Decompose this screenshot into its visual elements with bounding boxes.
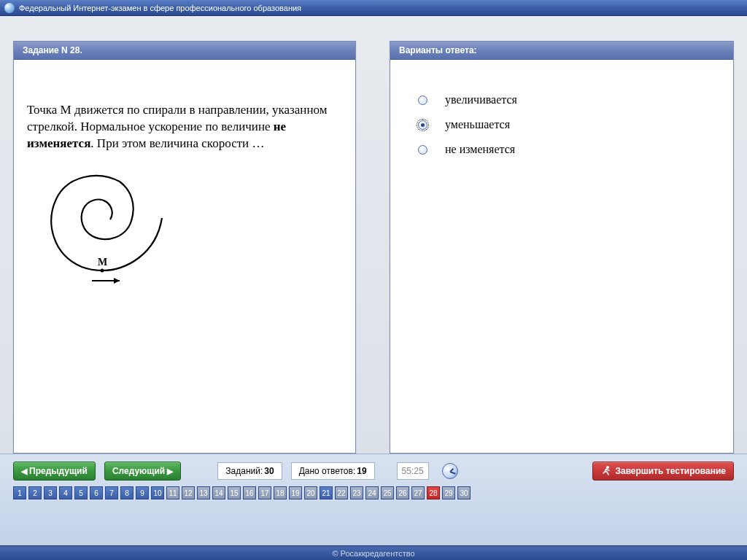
question-nav-29[interactable]: 29	[442, 486, 455, 499]
finish-label: Завершить тестирование	[615, 466, 726, 476]
answered-label: Дано ответов:	[299, 466, 356, 476]
question-nav-13[interactable]: 13	[197, 486, 210, 499]
question-nav-12[interactable]: 12	[182, 486, 195, 499]
question-nav-21[interactable]: 21	[320, 486, 333, 499]
answer-option-2[interactable]: не изменяется	[403, 137, 720, 162]
prev-label: Предыдущий	[29, 466, 88, 476]
question-nav-9[interactable]: 9	[136, 486, 149, 499]
question-nav-17[interactable]: 17	[258, 486, 271, 499]
answered-value: 19	[357, 466, 366, 476]
question-nav-27[interactable]: 27	[411, 486, 425, 499]
question-nav-8[interactable]: 8	[120, 486, 133, 499]
arrow-left-icon: ◀	[21, 467, 29, 476]
question-grid: 1234567891011121314151617181920212223242…	[0, 486, 747, 499]
answered-box: Дано ответов: 19	[291, 462, 375, 480]
answer-label: уменьшается	[445, 118, 510, 131]
question-nav-2[interactable]: 2	[28, 486, 42, 499]
arrow-right-icon: ▶	[165, 467, 173, 476]
svg-marker-2	[114, 278, 120, 284]
question-nav-18[interactable]: 18	[274, 486, 287, 499]
svg-point-3	[606, 466, 609, 469]
answers-header: Варианты ответа:	[390, 42, 733, 60]
footer: ◀ Предыдущий Следующий ▶ Заданий: 30 Дан…	[0, 454, 747, 560]
clock-icon	[442, 463, 458, 479]
runner-icon	[600, 465, 612, 477]
svg-point-0	[101, 268, 104, 272]
prev-button[interactable]: ◀ Предыдущий	[13, 462, 96, 481]
question-text: Точка M движется по спирали в направлени…	[27, 102, 342, 152]
question-nav-19[interactable]: 19	[289, 486, 302, 499]
question-nav-14[interactable]: 14	[212, 486, 225, 499]
total-tasks-box: Заданий: 30	[217, 462, 282, 480]
timer-box: 55:25	[397, 462, 429, 480]
next-button[interactable]: Следующий ▶	[104, 462, 181, 481]
question-nav-10[interactable]: 10	[151, 486, 164, 499]
question-nav-1[interactable]: 1	[13, 486, 26, 499]
timer-value: 55:25	[402, 466, 424, 476]
question-nav-20[interactable]: 20	[304, 486, 317, 499]
question-part-2: . При этом величина скорости …	[90, 136, 264, 150]
next-label: Следующий	[112, 466, 165, 476]
question-nav-28[interactable]: 28	[427, 486, 440, 499]
question-panel: Задание N 28. Точка M движется по спирал…	[13, 41, 356, 454]
question-nav-4[interactable]: 4	[59, 486, 72, 499]
question-header: Задание N 28.	[14, 42, 355, 60]
question-nav-25[interactable]: 25	[381, 486, 394, 499]
answer-option-1[interactable]: уменьшается	[403, 112, 720, 137]
question-nav-16[interactable]: 16	[243, 486, 256, 499]
question-nav-3[interactable]: 3	[44, 486, 57, 499]
total-value: 30	[264, 466, 274, 476]
titlebar: Федеральный Интернет-экзамен в сфере про…	[0, 0, 747, 16]
radio-icon[interactable]	[418, 120, 427, 130]
question-nav-30[interactable]: 30	[457, 486, 471, 499]
question-nav-23[interactable]: 23	[350, 486, 363, 499]
question-nav-5[interactable]: 5	[74, 486, 88, 499]
radio-icon[interactable]	[418, 145, 427, 155]
spiral-figure: M	[23, 161, 342, 295]
answers-panel: Варианты ответа: увеличиваетсяуменьшаетс…	[390, 41, 734, 454]
question-nav-11[interactable]: 11	[166, 486, 179, 499]
question-nav-7[interactable]: 7	[105, 486, 118, 499]
answer-option-0[interactable]: увеличивается	[403, 88, 720, 112]
answer-label: не изменяется	[445, 143, 515, 156]
copyright: © Росаккредагентство	[0, 545, 747, 560]
point-label: M	[98, 257, 107, 268]
radio-icon[interactable]	[418, 96, 427, 105]
question-nav-24[interactable]: 24	[365, 486, 379, 499]
answer-label: увеличивается	[445, 93, 517, 106]
question-nav-26[interactable]: 26	[396, 486, 409, 499]
globe-icon	[4, 3, 15, 13]
question-nav-15[interactable]: 15	[228, 486, 241, 499]
finish-button[interactable]: Завершить тестирование	[592, 462, 734, 481]
total-label: Заданий:	[225, 466, 263, 476]
question-nav-6[interactable]: 6	[90, 486, 103, 499]
app-title: Федеральный Интернет-экзамен в сфере про…	[19, 4, 301, 12]
question-nav-22[interactable]: 22	[335, 486, 348, 499]
